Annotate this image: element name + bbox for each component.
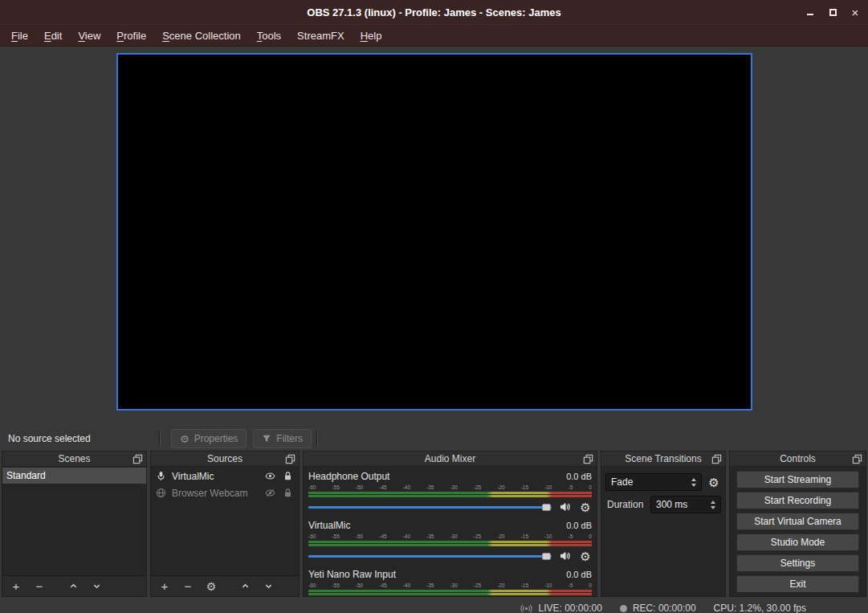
live-status: LIVE: 00:00:00 [520,603,601,613]
volume-meter [308,541,592,546]
source-row[interactable]: Browser Webcam [151,484,299,501]
scale-tick: -10 [544,582,552,589]
exit-button[interactable]: Exit [736,575,859,593]
scene-up-button[interactable] [66,579,80,594]
start-virtual-camera-button[interactable]: Start Virtual Camera [736,513,859,530]
scale-tick: -30 [450,484,457,491]
microphone-icon [156,471,167,482]
sources-dock-header[interactable]: Sources [150,451,300,467]
lock-icon[interactable] [281,488,294,498]
settings-button[interactable]: Settings [736,554,859,572]
source-settings-button[interactable]: ⚙ [204,579,218,594]
scenes-dock-header[interactable]: Scenes [2,451,147,467]
filters-label: Filters [276,433,303,444]
add-source-button[interactable]: + [157,579,172,594]
scale-tick: -60 [308,533,316,540]
meter-bar-left [308,541,592,543]
add-scene-button[interactable]: + [9,579,23,594]
duration-decrement-button[interactable] [711,506,715,509]
combo-arrows-icon [689,478,701,487]
volume-slider-handle[interactable] [542,553,551,560]
meter-scale: -60-55-50-45-40-35-30-25-20-15-10-50 [308,484,592,491]
scene-down-button[interactable] [89,579,104,594]
menu-streamfx[interactable]: StreamFX [289,26,352,46]
menu-edit[interactable]: Edit [36,26,70,46]
channel-settings-button[interactable]: ⚙ [579,550,592,562]
scenes-toolbar: + − [2,575,146,596]
meter-bar-right [308,495,592,497]
scale-tick: -60 [308,582,316,589]
preview-canvas[interactable] [116,53,752,411]
remove-scene-button[interactable]: − [32,579,47,594]
speaker-icon[interactable] [559,501,572,513]
properties-button[interactable]: ⚙ Properties [171,429,247,448]
scale-tick: -25 [474,533,481,540]
popout-icon[interactable] [132,454,144,465]
minimize-icon [807,14,813,15]
scale-tick: -10 [544,484,552,491]
gear-icon: ⚙ [180,434,189,444]
audio-mixer-dock-header[interactable]: Audio Mixer [303,451,597,467]
sources-dock-title: Sources [207,453,242,464]
minimize-button[interactable] [804,6,817,18]
controls-dock-header[interactable]: Controls [729,451,866,467]
scale-tick: -35 [426,533,434,540]
scale-tick: -5 [568,533,573,540]
scale-tick: -5 [568,582,573,589]
menu-help[interactable]: Help [352,26,390,46]
duration-increment-button[interactable] [711,501,715,504]
remove-source-button[interactable]: − [181,579,195,594]
transitions-dock-title: Scene Transitions [625,453,701,464]
scale-tick: -10 [544,533,552,540]
source-up-button[interactable] [238,579,252,594]
source-name: Browser Webcam [172,488,259,499]
source-row[interactable]: VirtualMic [151,468,299,484]
speaker-icon[interactable] [559,550,572,562]
scale-tick: -20 [497,484,504,491]
eye-icon[interactable] [263,471,276,481]
channel-settings-button[interactable]: ⚙ [579,501,592,513]
window-title: OBS 27.1.3 (linux) - Profile: James - Sc… [0,6,868,18]
scene-row[interactable]: Standard [2,468,146,484]
transition-select[interactable]: Fade [605,473,702,491]
menu-file[interactable]: File [3,26,36,46]
source-down-button[interactable] [261,579,275,594]
meter-bar-right [308,544,592,546]
studio-mode-button[interactable]: Studio Mode [736,533,859,551]
duration-spinbox[interactable]: 300 ms [650,496,721,513]
meter-scale: -60-55-50-45-40-35-30-25-20-15-10-50 [308,582,592,589]
sources-toolbar: + − ⚙ [151,575,299,596]
audio-mixer-list: Headphone Output0.0 dB-60-55-50-45-40-35… [304,467,597,596]
start-recording-button[interactable]: Start Recording [736,492,859,509]
source-toolbar: No source selected ⚙ Properties Filters [0,427,868,451]
menu-scene-collection[interactable]: Scene Collection [154,26,249,46]
scenes-dock: Scenes Standard + − [2,451,147,597]
close-icon: × [852,6,859,18]
scene-list: Standard [2,467,146,575]
menu-tools[interactable]: Tools [249,26,289,46]
volume-slider-handle[interactable] [542,504,551,511]
start-streaming-button[interactable]: Start Streaming [736,471,859,488]
volume-meter [308,590,592,595]
volume-slider[interactable] [308,501,552,513]
transitions-dock-header[interactable]: Scene Transitions [601,451,726,467]
filters-button[interactable]: Filters [253,429,312,448]
maximize-icon [829,9,837,16]
popout-icon[interactable] [852,454,863,465]
menu-view[interactable]: View [70,26,108,46]
lock-icon[interactable] [281,471,294,481]
menu-profile[interactable]: Profile [108,26,154,46]
duration-label: Duration [605,499,646,510]
popout-icon[interactable] [285,454,296,465]
volume-slider[interactable] [308,550,552,562]
popout-icon[interactable] [583,454,594,465]
popout-icon[interactable] [711,454,723,465]
controls-dock-title: Controls [780,453,816,464]
meter-bar-left [308,590,592,592]
transition-settings-button[interactable]: ⚙ [707,476,721,488]
volume-slider-track [308,506,552,509]
eye-slash-icon[interactable] [263,488,276,498]
close-button[interactable]: × [849,6,862,18]
mixer-channel: Yeti Nano Raw Input0.0 dB-60-55-50-45-40… [304,567,597,596]
maximize-button[interactable] [826,6,839,18]
